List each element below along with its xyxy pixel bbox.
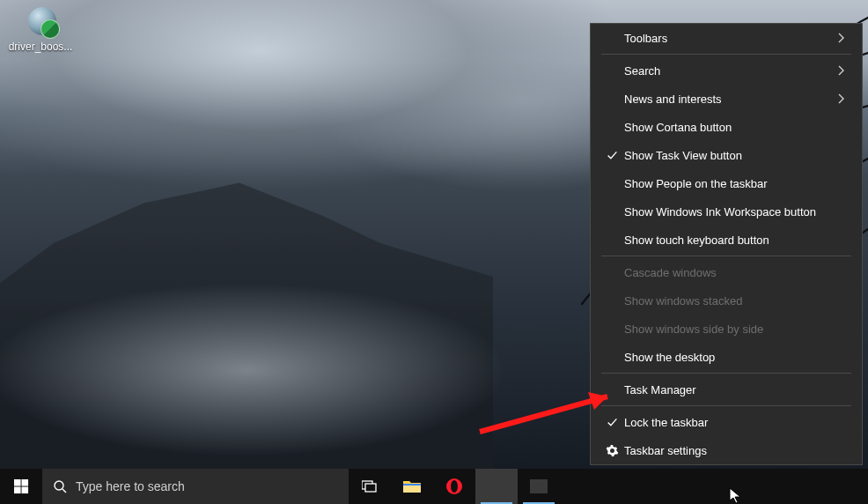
context-menu-item-sidebyside: Show windows side by side: [591, 315, 862, 343]
svg-rect-8: [365, 484, 376, 492]
context-menu-item-stacked: Show windows stacked: [591, 286, 862, 315]
context-menu-item-news[interactable]: News and interests: [591, 85, 862, 113]
desktop-icon-label: driver_boos...: [7, 41, 74, 53]
context-menu-item-toolbars[interactable]: Toolbars: [591, 24, 862, 52]
blank-icon: [530, 479, 548, 493]
svg-rect-1: [14, 479, 21, 486]
taskbar-icon-file-explorer[interactable]: [391, 469, 433, 504]
context-menu-separator: [601, 54, 851, 55]
context-menu-item-label: Toolbars: [624, 32, 837, 45]
svg-rect-2: [21, 479, 28, 486]
taskbar-icon-task-view-button[interactable]: [349, 469, 391, 504]
taskbar-search-box[interactable]: Type here to search: [42, 469, 349, 504]
context-menu-item-label: Cascade windows: [624, 266, 850, 279]
chevron-right-icon: [837, 93, 850, 104]
driver-booster-icon: [23, 4, 58, 39]
check-icon: [603, 150, 621, 161]
context-menu-item-label: Show Cortana button: [624, 121, 850, 134]
opera-icon: [445, 478, 463, 495]
context-menu-item-search[interactable]: Search: [591, 56, 862, 85]
chevron-right-icon: [837, 33, 850, 43]
context-menu-item-lock[interactable]: Lock the taskbar: [591, 408, 862, 436]
context-menu-item-touchkb[interactable]: Show touch keyboard button: [591, 226, 862, 254]
windows-logo-icon: [14, 479, 29, 494]
check-icon: [603, 417, 621, 428]
search-placeholder: Type here to search: [76, 479, 185, 493]
context-menu-separator: [601, 256, 851, 256]
context-menu-item-label: Lock the taskbar: [624, 416, 850, 429]
context-menu-item-label: Show Windows Ink Workspace button: [624, 205, 850, 219]
context-menu-item-label: Show touch keyboard button: [624, 233, 850, 247]
wallpaper-mist: [0, 222, 616, 469]
chevron-right-icon: [837, 65, 850, 76]
context-menu-item-taskmgr[interactable]: Task Manager: [591, 375, 862, 404]
context-menu-item-label: Taskbar settings: [624, 444, 850, 457]
taskbar-icon-opera-browser[interactable]: [433, 469, 475, 504]
context-menu-item-showdesktop[interactable]: Show the desktop: [591, 343, 862, 371]
taskbar-icon-running-app-1[interactable]: [475, 469, 518, 504]
taskbar-spacer: [560, 469, 868, 504]
folder-icon: [402, 478, 422, 494]
taskview-icon: [362, 480, 378, 493]
context-menu-item-ink[interactable]: Show Windows Ink Workspace button: [591, 197, 862, 226]
context-menu-item-label: Task Manager: [624, 383, 850, 397]
context-menu-item-settings[interactable]: Taskbar settings: [591, 436, 862, 464]
context-menu-item-taskview[interactable]: Show Task View button: [591, 141, 862, 169]
context-menu-item-cascade: Cascade windows: [591, 258, 862, 286]
context-menu-item-label: Show Task View button: [624, 149, 850, 162]
svg-point-12: [451, 480, 458, 493]
context-menu-item-people[interactable]: Show People on the taskbar: [591, 169, 862, 197]
svg-rect-13: [488, 479, 505, 493]
context-menu-item-cortana[interactable]: Show Cortana button: [591, 113, 862, 141]
taskbar: Type here to search: [0, 469, 868, 504]
gear-icon: [603, 444, 621, 457]
context-menu-item-label: Show windows side by side: [624, 322, 850, 336]
svg-rect-3: [14, 486, 21, 493]
context-menu-separator: [601, 373, 851, 374]
search-icon: [53, 479, 67, 493]
desktop-icon-driver-booster[interactable]: driver_boos...: [7, 4, 74, 53]
svg-rect-10: [403, 484, 421, 485]
svg-point-5: [55, 481, 63, 490]
taskbar-context-menu: ToolbarsSearchNews and interestsShow Cor…: [590, 23, 863, 465]
context-menu-separator: [601, 405, 851, 406]
context-menu-item-label: Show the desktop: [624, 351, 850, 364]
context-menu-item-label: Show windows stacked: [624, 294, 850, 308]
wallpaper-mountain: [0, 143, 493, 478]
context-menu-item-label: Show People on the taskbar: [624, 177, 850, 190]
taskbar-icon-running-app-2[interactable]: [518, 469, 560, 504]
context-menu-item-label: Search: [624, 64, 837, 78]
svg-rect-14: [530, 479, 548, 493]
svg-rect-4: [21, 486, 28, 493]
blank-icon: [488, 479, 505, 493]
svg-line-6: [63, 489, 66, 493]
context-menu-item-label: News and interests: [624, 93, 837, 106]
start-button[interactable]: [0, 469, 42, 504]
